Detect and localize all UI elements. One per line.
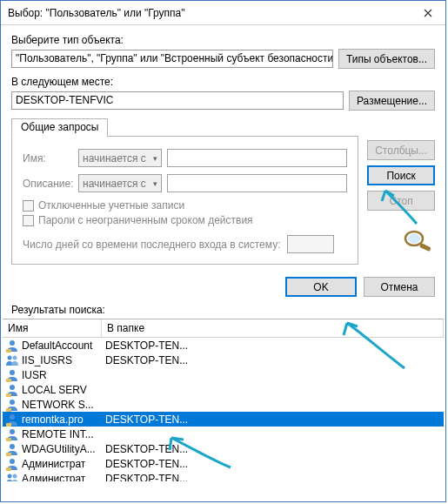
row-name: remontka.pro	[22, 413, 102, 426]
name-combo-value: начинается с	[83, 152, 146, 165]
results-label: Результаты поиска:	[1, 300, 445, 319]
row-name: IUSR	[22, 369, 102, 381]
chevron-down-icon: ▾	[153, 179, 157, 188]
svg-rect-20	[6, 467, 11, 471]
svg-point-1	[408, 234, 420, 244]
group-icon	[5, 353, 19, 367]
object-types-button[interactable]: Типы объектов...	[338, 49, 435, 69]
stop-button[interactable]: Стоп	[367, 191, 435, 211]
disabled-accounts-checkbox[interactable]	[23, 200, 34, 212]
table-row[interactable]: NETWORK S...	[3, 397, 444, 412]
svg-point-5	[8, 355, 12, 360]
desc-combo-value: начинается с	[83, 178, 146, 190]
nonexpiring-passwords-checkbox[interactable]	[23, 215, 34, 226]
nonexpiring-passwords-label: Пароли с неограниченным сроком действия	[38, 214, 253, 226]
svg-point-17	[10, 444, 15, 449]
close-button[interactable]	[411, 1, 445, 25]
table-row[interactable]: DefaultAccountDESKTOP-TEN...	[3, 338, 444, 353]
user-icon	[5, 427, 19, 441]
row-name: Администрат	[22, 473, 102, 482]
location-field: DESKTOP-TENFVIC	[11, 91, 344, 110]
svg-point-9	[10, 385, 15, 390]
tab-common-queries[interactable]: Общие запросы	[11, 118, 108, 138]
disabled-accounts-label: Отключенные учетные записи	[38, 199, 184, 212]
close-icon	[424, 9, 432, 17]
row-name: IIS_IUSRS	[22, 354, 102, 366]
svg-point-7	[10, 370, 15, 375]
row-folder: DESKTOP-TEN...	[102, 473, 444, 482]
location-label: В следующем месте:	[11, 76, 435, 88]
cancel-button[interactable]: Отмена	[364, 277, 435, 297]
svg-rect-12	[6, 408, 11, 412]
magnifier-icon	[367, 216, 435, 255]
desc-filter-label: Описание:	[23, 178, 73, 190]
results-grid[interactable]: DefaultAccountDESKTOP-TEN...IIS_IUSRSDES…	[3, 338, 444, 481]
table-row[interactable]: IIS_IUSRSDESKTOP-TEN...	[3, 353, 444, 367]
row-name: LOCAL SERV	[22, 384, 102, 396]
svg-rect-2	[419, 243, 431, 252]
object-type-field: "Пользователь", "Группа" или "Встроенный…	[11, 50, 333, 68]
desc-combo[interactable]: начинается с ▾	[78, 174, 162, 192]
table-row[interactable]: АдминистратDESKTOP-TEN...	[3, 471, 444, 481]
svg-point-22	[13, 474, 17, 478]
row-folder: DESKTOP-TEN...	[102, 354, 444, 366]
group-icon	[5, 472, 19, 482]
days-since-logon-label: Число дней со времени последнего входа в…	[23, 239, 280, 251]
user-icon	[5, 383, 19, 397]
row-name: WDAGUtilityA...	[22, 443, 102, 455]
svg-rect-4	[6, 349, 11, 353]
row-folder: DESKTOP-TEN...	[102, 443, 444, 455]
chevron-down-icon: ▾	[153, 154, 157, 163]
row-folder: DESKTOP-TEN...	[102, 339, 444, 352]
days-since-logon-input[interactable]	[287, 235, 334, 253]
svg-rect-16	[6, 438, 11, 441]
row-name: NETWORK S...	[22, 399, 102, 411]
object-type-label: Выберите тип объекта:	[11, 34, 435, 46]
user-icon	[5, 442, 19, 456]
row-folder: DESKTOP-TEN...	[102, 458, 444, 470]
user-icon	[5, 457, 19, 471]
row-name: DefaultAccount	[22, 339, 102, 352]
row-name: REMOTE INT...	[22, 428, 102, 440]
locations-button[interactable]: Размещение...	[349, 91, 435, 111]
svg-point-19	[10, 459, 15, 464]
row-name: Администрат	[22, 458, 102, 470]
svg-point-15	[10, 429, 15, 434]
table-row[interactable]: REMOTE INT...	[3, 427, 444, 441]
name-filter-label: Имя:	[23, 152, 73, 165]
select-user-or-group-dialog: Выбор: "Пользователь" или "Группа" Выбер…	[0, 0, 446, 502]
find-now-button[interactable]: Поиск	[367, 165, 435, 185]
table-row[interactable]: IUSR	[3, 367, 444, 382]
table-row[interactable]: АдминистратDESKTOP-TEN...	[3, 456, 444, 471]
desc-filter-input[interactable]	[167, 174, 347, 192]
name-combo[interactable]: начинается с ▾	[78, 149, 162, 167]
user-icon	[5, 368, 19, 382]
user-icon	[5, 413, 19, 427]
titlebar[interactable]: Выбор: "Пользователь" или "Группа"	[1, 1, 445, 25]
svg-rect-18	[6, 453, 11, 456]
user-icon	[5, 398, 19, 412]
window-title: Выбор: "Пользователь" или "Группа"	[8, 7, 411, 19]
svg-point-3	[10, 340, 15, 346]
columns-button[interactable]: Столбцы...	[367, 140, 435, 160]
svg-rect-8	[6, 379, 11, 382]
results-col-folder[interactable]: В папке	[102, 319, 444, 337]
table-row[interactable]: WDAGUtilityA...DESKTOP-TEN...	[3, 441, 444, 456]
name-filter-input[interactable]	[167, 149, 347, 167]
tabstrip: Общие запросы	[11, 118, 358, 137]
svg-rect-14	[6, 423, 11, 427]
user-icon	[5, 339, 19, 353]
svg-rect-10	[6, 393, 11, 397]
svg-point-11	[10, 400, 15, 405]
common-queries-panel: Имя: начинается с ▾ Описание: начинается…	[11, 137, 358, 265]
svg-point-6	[13, 355, 17, 360]
results-col-name[interactable]: Имя	[3, 319, 102, 337]
row-folder: DESKTOP-TEN...	[102, 413, 444, 426]
ok-button[interactable]: OK	[285, 277, 357, 297]
svg-point-21	[8, 474, 12, 478]
svg-point-13	[10, 414, 15, 420]
table-row[interactable]: remontka.proDESKTOP-TEN...	[3, 412, 444, 427]
results-header: Имя В папке	[3, 319, 444, 338]
table-row[interactable]: LOCAL SERV	[3, 382, 444, 397]
